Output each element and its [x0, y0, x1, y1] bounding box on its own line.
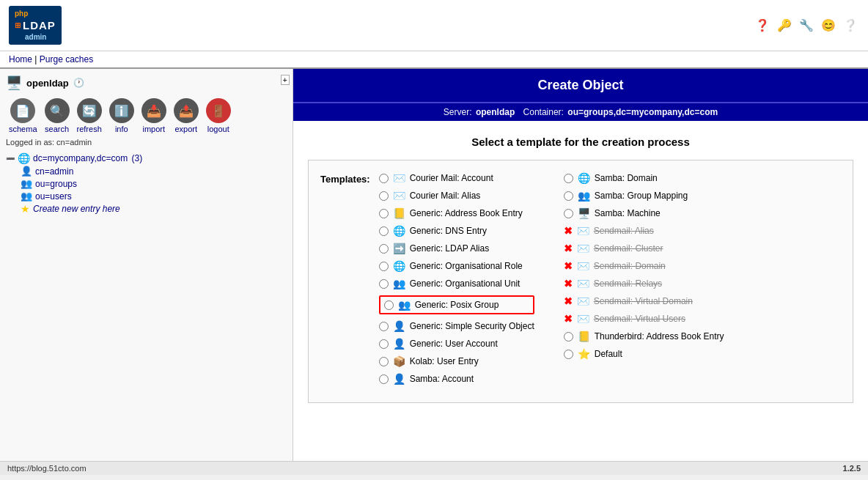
template-icon-3: 📒 [393, 207, 405, 219]
template-icon-23: ⭐ [578, 348, 590, 360]
tree-item-ou-groups[interactable]: 👥 ou=groups [21, 178, 287, 189]
template-label-14: Samba: Group Mapping [595, 191, 688, 201]
logged-in-label: Logged in as: cn=admin [6, 138, 287, 147]
template-radio-10[interactable] [379, 339, 389, 349]
tree-root-link[interactable]: dc=mycompany,dc=com (3) [33, 153, 142, 163]
template-row-12: 👤 Samba: Account [379, 373, 534, 385]
disabled-icon-20: ✖ [564, 295, 573, 307]
sidebar-actions: 📄 schema 🔍 search 🔄 refresh ℹ️ info 📥 im… [6, 97, 287, 135]
template-row-15: 🖥️ Samba: Machine [564, 207, 724, 219]
template-row-10: 👤 Generic: User Account [379, 338, 534, 350]
template-label-2: Courier Mail: Alias [410, 191, 481, 201]
template-row-21: ✖ ✉️ Sendmail: Virtual Users [564, 313, 724, 325]
template-radio-5[interactable] [379, 244, 389, 254]
template-radio-1[interactable] [379, 174, 389, 183]
group-icon-groups: 👥 [21, 178, 32, 189]
info-icon[interactable]: ❔ [842, 17, 859, 34]
key-icon[interactable]: 🔑 [776, 17, 793, 34]
clock-icon: 🕐 [73, 78, 84, 88]
template-label-5: Generic: LDAP Alias [410, 243, 490, 254]
tree-root-count: (3) [132, 153, 143, 163]
template-row-20: ✖ ✉️ Sendmail: Virtual Domain [564, 295, 724, 307]
tree-root-label: dc=mycompany,dc=com [33, 153, 128, 163]
template-icon-2: ✉️ [393, 190, 405, 202]
template-radio-6[interactable] [379, 262, 389, 271]
template-radio-14[interactable] [564, 191, 573, 201]
user-icon-admin: 👤 [21, 166, 32, 177]
template-radio-7[interactable] [379, 279, 389, 289]
template-label-19: Sendmail: Relays [594, 278, 662, 289]
help-icon[interactable]: ❓ [754, 17, 771, 34]
tree-item-ou-users[interactable]: 👥 ou=users [21, 191, 287, 202]
template-row-13: 🌐 Samba: Domain [564, 172, 724, 184]
refresh-action[interactable]: 🔄 refresh [74, 97, 105, 135]
template-icon-13: 🌐 [578, 172, 590, 184]
template-label-12: Samba: Account [410, 374, 474, 384]
template-icon-18: ✉️ [577, 260, 589, 272]
content-subheader: Server: openldap Container: ou=groups,dc… [293, 102, 868, 121]
tree-collapse-icon[interactable]: ➖ [6, 155, 15, 163]
template-radio-23[interactable] [564, 350, 573, 359]
disabled-icon-21: ✖ [564, 313, 573, 325]
template-row-18: ✖ ✉️ Sendmail: Domain [564, 260, 724, 272]
disabled-icon-16: ✖ [564, 225, 573, 237]
template-row-23: ⭐ Default [564, 348, 724, 360]
version-label: 1.2.5 [843, 464, 861, 473]
template-icon-12: 👤 [393, 373, 405, 385]
template-radio-4[interactable] [379, 226, 389, 236]
template-row-5: ➡️ Generic: LDAP Alias [379, 243, 534, 254]
template-radio-8[interactable] [384, 300, 394, 310]
logout-action[interactable]: 🚪 logout [203, 97, 234, 135]
tree-item-cn-admin[interactable]: 👤 cn=admin [21, 166, 287, 177]
template-radio-3[interactable] [379, 209, 389, 218]
template-icon-21: ✉️ [577, 313, 589, 325]
face-icon[interactable]: 😊 [820, 17, 837, 34]
template-label-7: Generic: Organisational Unit [410, 278, 521, 289]
sidebar-title: 🖥️ openldap 🕐 [6, 75, 287, 91]
template-radio-2[interactable] [379, 191, 389, 201]
template-row-posix-group: 👥 Generic: Posix Group [379, 295, 534, 314]
template-icon-16: ✉️ [577, 225, 589, 237]
templates-label: Templates: [320, 172, 379, 391]
template-row-11: 📦 Kolab: User Entry [379, 355, 534, 367]
tree-create-entry[interactable]: ★ Create new entry here [21, 203, 287, 215]
search-action[interactable]: 🔍 search [42, 97, 73, 135]
template-label-11: Kolab: User Entry [410, 356, 479, 366]
template-icon-5: ➡️ [393, 243, 405, 254]
top-header: php ⊞ LDAP admin ❓ 🔑 🔧 😊 ❔ [0, 0, 868, 51]
tools-icon[interactable]: 🔧 [798, 17, 815, 34]
template-radio-12[interactable] [379, 374, 389, 384]
server-value: openldap [476, 107, 515, 117]
template-radio-13[interactable] [564, 174, 573, 183]
nav-home[interactable]: Home [9, 54, 32, 64]
template-radio-11[interactable] [379, 357, 389, 366]
nav-bar: Home | Purge caches [0, 51, 868, 69]
template-label-13: Samba: Domain [595, 173, 658, 183]
template-radio-9[interactable] [379, 322, 389, 331]
schema-action[interactable]: 📄 schema [6, 97, 40, 135]
template-label-1: Courier Mail: Account [410, 173, 493, 183]
template-label-3: Generic: Address Book Entry [410, 208, 523, 218]
template-icon-22: 📒 [578, 331, 590, 342]
template-row-7: 👥 Generic: Organisational Unit [379, 278, 534, 289]
group-icon-users: 👥 [21, 191, 32, 202]
computer-icon: 🖥️ [6, 75, 22, 91]
template-icon-7: 👥 [393, 278, 405, 289]
disabled-icon-18: ✖ [564, 260, 573, 272]
top-icons-area: ❓ 🔑 🔧 😊 ❔ [754, 17, 859, 34]
import-action[interactable]: 📥 import [139, 97, 169, 135]
content-body: Select a template for the creation proce… [293, 121, 868, 418]
server-name: openldap [26, 78, 69, 89]
template-radio-22[interactable] [564, 332, 573, 341]
template-label-20: Sendmail: Virtual Domain [594, 296, 693, 306]
template-icon-8: 👥 [398, 299, 411, 311]
template-icon-4: 🌐 [393, 225, 405, 237]
nav-purge-caches[interactable]: Purge caches [40, 54, 93, 64]
info-action[interactable]: ℹ️ info [106, 97, 137, 135]
expand-button[interactable]: + [281, 75, 290, 85]
disabled-icon-17: ✖ [564, 243, 573, 254]
template-row-2: ✉️ Courier Mail: Alias [379, 190, 534, 202]
template-label-21: Sendmail: Virtual Users [594, 314, 685, 324]
export-action[interactable]: 📤 export [171, 97, 202, 135]
template-radio-15[interactable] [564, 209, 573, 218]
